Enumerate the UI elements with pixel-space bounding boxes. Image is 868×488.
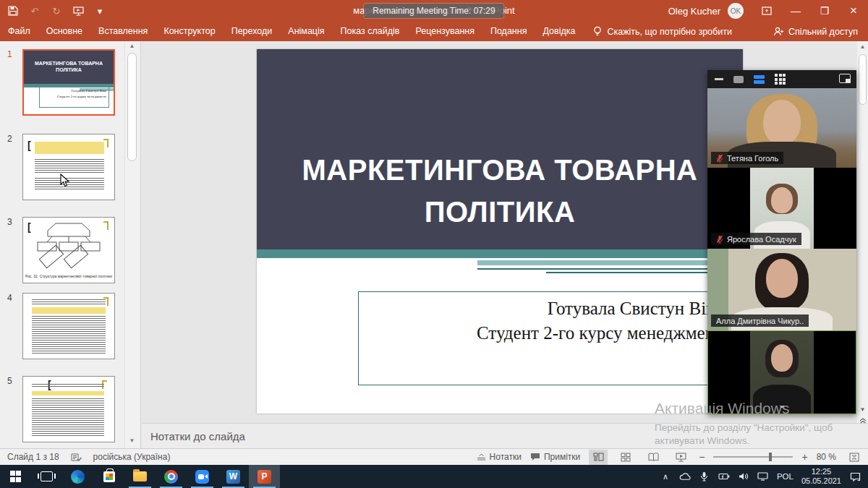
- tab-view[interactable]: Подання: [482, 22, 535, 41]
- fit-slide-button[interactable]: [845, 450, 864, 465]
- thumbnail-number-4: 4: [7, 293, 12, 303]
- thumbnail-scrollbar[interactable]: ▲ ▼: [124, 41, 139, 448]
- minimize-button[interactable]: —: [781, 0, 810, 22]
- tell-me-box[interactable]: Скажіть, що потрібно зробити: [593, 26, 732, 37]
- battery-icon[interactable]: [718, 473, 730, 480]
- file-explorer-app[interactable]: [124, 465, 156, 488]
- onedrive-cloud-icon[interactable]: [679, 472, 691, 481]
- fit-slide-icon: [849, 453, 859, 462]
- notes-toggle[interactable]: Нотатки: [477, 452, 522, 462]
- comments-toggle[interactable]: Примітки: [530, 452, 580, 462]
- collapse-videos-chevron-icon[interactable]: ⌄: [778, 399, 786, 410]
- tab-home[interactable]: Основне: [38, 22, 90, 41]
- restore-button[interactable]: ❐: [810, 0, 839, 22]
- slide-counter: Слайд 1 з 18: [7, 452, 59, 462]
- spellcheck-icon[interactable]: [71, 453, 82, 462]
- tab-slideshow[interactable]: Показ слайдів: [333, 22, 408, 41]
- tab-insert[interactable]: Вставлення: [90, 22, 156, 41]
- close-button[interactable]: ×: [839, 0, 868, 22]
- notes-placeholder: Нотатки до слайда: [150, 430, 245, 442]
- reading-view-icon: [648, 453, 659, 461]
- slide-area-scrollbar[interactable]: ▲ ▼: [857, 41, 868, 437]
- speaker-view-icon[interactable]: [733, 76, 744, 83]
- word-icon: W: [226, 470, 240, 484]
- meeting-minimize-icon[interactable]: [715, 78, 723, 80]
- tab-animations[interactable]: Анімація: [280, 22, 332, 41]
- edge-app[interactable]: [62, 465, 93, 488]
- zoom-slider[interactable]: [713, 456, 793, 458]
- speaker-icon[interactable]: [738, 472, 749, 481]
- slideshow-view-button[interactable]: [671, 450, 690, 465]
- tab-help[interactable]: Довідка: [535, 22, 583, 41]
- edge-icon: [71, 470, 85, 484]
- share-person-icon: [773, 27, 784, 36]
- thumbnail-scroll-down-icon[interactable]: ▼: [125, 437, 139, 444]
- participant2-face: [771, 187, 793, 213]
- normal-view-icon: [593, 453, 604, 462]
- thumbnail-slide-1[interactable]: МАРКЕТИНГОВА ТОВАРНА ПОЛІТИКА Готувала С…: [22, 49, 115, 116]
- network-display-icon[interactable]: [757, 472, 769, 481]
- tab-review[interactable]: Рецензування: [407, 22, 482, 41]
- thumb2-paragraph-2: [35, 159, 104, 174]
- thumb4-bullet-lines: [32, 316, 106, 354]
- start-button[interactable]: [0, 465, 31, 488]
- participant4-face: [771, 344, 793, 372]
- strip-view-icon[interactable]: [754, 75, 765, 84]
- action-center-icon[interactable]: [849, 472, 861, 481]
- video-tile-2[interactable]: Ярослава Осадчук: [707, 168, 856, 249]
- gallery-view-icon[interactable]: [775, 74, 786, 85]
- popout-view-icon[interactable]: [839, 74, 851, 83]
- thumbnail-scroll-up-icon[interactable]: ▲: [125, 43, 139, 49]
- thumb3-caption: Рис. 32. Структура маркетингової товарно…: [23, 274, 114, 278]
- zoom-app[interactable]: [187, 465, 218, 488]
- language-switcher[interactable]: POL: [777, 472, 793, 481]
- powerpoint-app[interactable]: P: [249, 465, 280, 488]
- video-tile-3[interactable]: Алла Дмитрівна Чикур..: [707, 249, 856, 330]
- notes-pane[interactable]: Нотатки до слайда: [142, 423, 868, 448]
- slide-title: МАРКЕТИНГОВА ТОВАРНА ПОЛІТИКА: [257, 149, 743, 233]
- thumbnail-slide-5[interactable]: [: [22, 376, 115, 442]
- scroll-up-icon[interactable]: ▲: [857, 43, 868, 50]
- zoom-level[interactable]: 80 %: [817, 452, 836, 462]
- ribbon-display-options-icon[interactable]: [752, 0, 781, 22]
- scrollbar-thumb[interactable]: [859, 54, 867, 105]
- slide-sorter-view-button[interactable]: [616, 450, 635, 465]
- video-tile-1[interactable]: Тетяна Гоголь: [707, 88, 856, 168]
- task-view-button[interactable]: [31, 465, 62, 488]
- notes-toggle-label: Нотатки: [490, 452, 522, 462]
- zoom-in-button[interactable]: +: [801, 451, 807, 463]
- tab-design[interactable]: Конструктор: [156, 22, 223, 41]
- language-indicator[interactable]: російська (Україна): [93, 452, 171, 462]
- tab-transitions[interactable]: Переходи: [224, 22, 281, 41]
- participant-name-chip: Алла Дмитрівна Чикур..: [711, 314, 809, 327]
- chrome-app[interactable]: [156, 465, 187, 488]
- slide-subtitle-box[interactable]: Готувала Свистун Віка Студент 2-го курсу…: [358, 291, 731, 385]
- scroll-down-icon[interactable]: ▼: [860, 406, 866, 413]
- thumbnail-slide-2[interactable]: [: [22, 134, 115, 200]
- thumbnail-slide-4[interactable]: [22, 293, 115, 359]
- taskbar-clock[interactable]: 12:25 05.05.2021: [801, 467, 841, 486]
- normal-view-button[interactable]: [589, 450, 608, 465]
- account-name[interactable]: Oleg Kucher: [668, 6, 720, 17]
- zoom-out-button[interactable]: −: [699, 451, 705, 463]
- account-avatar[interactable]: OK: [728, 3, 744, 19]
- thumbnail-slide-3[interactable]: [ Рис. 32. Структура маркетингової товар…: [22, 217, 115, 283]
- share-button[interactable]: Спільний доступ: [773, 27, 858, 37]
- thumb4-intro-lines: [32, 299, 106, 305]
- thumbnail-scrollbar-thumb[interactable]: [127, 53, 137, 161]
- store-icon: [103, 471, 115, 482]
- word-app[interactable]: W: [218, 465, 249, 488]
- zoom-slider-thumb[interactable]: [769, 453, 772, 461]
- slide-title-line1: МАРКЕТИНГОВА ТОВАРНА: [257, 149, 743, 191]
- microphone-icon[interactable]: [699, 471, 710, 481]
- tray-expand-chevron-icon[interactable]: ∧: [660, 472, 671, 481]
- windows-logo-icon: [10, 471, 22, 482]
- tab-file[interactable]: Файл: [0, 22, 38, 41]
- meeting-panel-header: [707, 70, 856, 88]
- slide-canvas[interactable]: МАРКЕТИНГОВА ТОВАРНА ПОЛІТИКА Готувала С…: [257, 49, 743, 414]
- thumb1-header: МАРКЕТИНГОВА ТОВАРНА ПОЛІТИКА: [24, 51, 114, 84]
- folder-icon: [133, 471, 147, 481]
- store-app[interactable]: [93, 465, 124, 488]
- reading-view-button[interactable]: [644, 450, 663, 465]
- participant1-face: [763, 100, 801, 145]
